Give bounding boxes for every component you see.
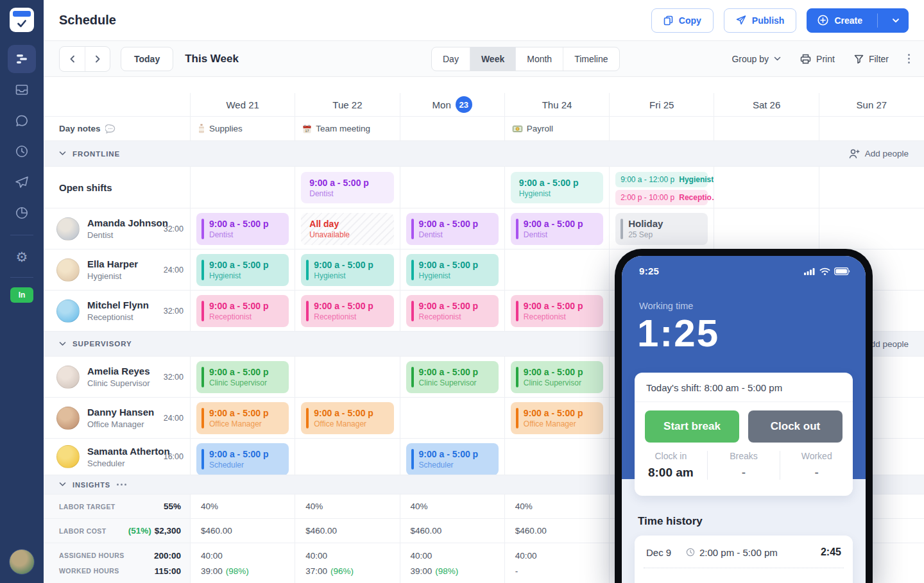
tab-day[interactable]: Day [432, 47, 470, 71]
shift-card[interactable]: 9:00 a - 5:00 p Receptionist [301, 295, 393, 327]
app-logo-calendar-icon[interactable] [10, 8, 34, 32]
prev-week-button[interactable] [60, 47, 85, 71]
sidebar-item-schedule[interactable] [8, 45, 36, 73]
clocked-in-status-badge[interactable]: In [10, 287, 33, 303]
shift-card[interactable]: 9:00 a - 5:00 p Dentist [511, 213, 603, 245]
tab-week[interactable]: Week [470, 47, 515, 71]
shift-card[interactable]: 9:00 a - 5:00 p Hygienist [406, 254, 499, 286]
day-header-fri[interactable]: Fri 25 [610, 93, 714, 116]
employee-cell[interactable]: Mitchel Flynn Receptionist 32:00 [44, 291, 191, 331]
shift-card[interactable]: 9:00 a - 5:00 p Office Manager [511, 402, 603, 434]
shift-cell[interactable]: 9:00 a - 5:00 p Office Manager [191, 398, 295, 438]
shift-card[interactable]: 9:00 a - 5:00 p Office Manager [301, 402, 393, 434]
shift-cell[interactable] [400, 398, 505, 438]
sidebar-item-inbox[interactable] [0, 78, 44, 101]
next-week-button[interactable] [85, 47, 110, 71]
shift-cell[interactable]: 9:00 a - 5:00 p Clinic Supervisor [505, 357, 610, 397]
print-control[interactable]: Print [800, 54, 835, 64]
shift-cell[interactable]: All day Unavailable [295, 208, 400, 249]
day-header-sun[interactable]: Sun 27 [819, 93, 924, 116]
shift-card[interactable]: 9:00 a - 5:00 p Clinic Supervisor [511, 361, 603, 393]
shift-card[interactable]: 9:00 a - 5:00 p Hygienist [301, 254, 393, 286]
shift-cell[interactable]: 9:00 a - 5:00 p Clinic Supervisor [191, 357, 295, 397]
shift-cell[interactable] [505, 249, 610, 290]
shift-card[interactable]: 9:00 a - 5:00 p Receptionist [196, 295, 289, 327]
open-shift-cell-mon[interactable] [400, 167, 505, 208]
tab-month[interactable]: Month [515, 47, 563, 71]
unavailable-card[interactable]: All day Unavailable [301, 213, 393, 245]
employee-cell[interactable]: Amelia Reyes Clinic Supervisor 32:00 [44, 357, 191, 397]
employee-cell[interactable]: Danny Hansen Office Manager 24:00 [44, 398, 191, 438]
open-shift-cell-wed[interactable] [191, 167, 295, 208]
create-dropdown-caret[interactable] [884, 18, 908, 23]
note-cell-mon[interactable] [400, 117, 505, 140]
open-shift-cell-fri[interactable]: 9:00 a - 12:00 p Hygienist 2:00 p - 10:0… [610, 167, 714, 208]
shift-card[interactable]: 9:00 a - 5:00 p Receptionist [406, 295, 499, 327]
collapse-chevron-icon[interactable] [59, 342, 66, 346]
shift-card[interactable]: 9:00 a - 5:00 p Dentist [406, 213, 499, 245]
shift-card[interactable]: 9:00 a - 5:00 p Clinic Supervisor [196, 361, 289, 393]
sidebar-item-time-clock[interactable] [0, 140, 44, 163]
note-cell-wed[interactable]: Supplies [191, 117, 295, 140]
shift-cell[interactable]: 9:00 a - 5:00 p Hygienist [295, 249, 400, 290]
shift-cell[interactable]: 9:00 a - 5:00 p Scheduler [191, 439, 295, 475]
shift-card[interactable]: 9:00 a - 5:00 p Scheduler [406, 443, 499, 475]
note-cell-thu[interactable]: Payroll [505, 117, 610, 140]
shift-card[interactable]: 9:00 a - 5:00 p Receptionist [511, 295, 603, 327]
add-people-button[interactable]: Add people [849, 149, 909, 158]
shift-cell[interactable]: 9:00 a - 5:00 p Hygienist [400, 249, 505, 290]
employee-cell[interactable]: Samanta Atherton Scheduler 16:00 [44, 439, 191, 475]
shift-cell[interactable] [295, 357, 400, 397]
open-shift-pill[interactable]: 2:00 p - 10:00 p Receptio… [615, 190, 708, 205]
shift-card[interactable]: 9:00 a - 5:00 p Office Manager [196, 402, 289, 434]
shift-cell[interactable]: 9:00 a - 5:00 p Dentist [400, 208, 505, 249]
shift-cell[interactable]: 9:00 a - 5:00 p Receptionist [295, 291, 400, 331]
note-cell-fri[interactable] [610, 117, 714, 140]
start-break-button[interactable]: Start break [645, 410, 739, 443]
time-history-entry[interactable]: Dec 9 2:00 pm - 5:00 pm 2:45 [635, 536, 853, 568]
shift-cell[interactable]: 9:00 a - 5:00 p Scheduler [400, 439, 505, 475]
day-header-tue[interactable]: Tue 22 [295, 93, 400, 116]
sidebar-item-reports[interactable] [0, 201, 44, 224]
sidebar-item-messages[interactable] [0, 109, 44, 132]
shift-cell[interactable]: 9:00 a - 5:00 p Dentist [505, 208, 610, 249]
shift-cell[interactable]: 9:00 a - 5:00 p Receptionist [191, 291, 295, 331]
copy-button[interactable]: Copy [651, 8, 714, 33]
group-by-control[interactable]: Group by [732, 54, 781, 64]
tab-timeline[interactable]: Timeline [563, 47, 619, 71]
open-shift-card[interactable]: 9:00 a - 5:00 p Hygienist [511, 172, 603, 203]
holiday-card[interactable]: Holiday 25 Sep [615, 213, 708, 245]
shift-cell[interactable] [505, 439, 610, 475]
day-header-sat[interactable]: Sat 26 [714, 93, 819, 116]
note-cell-tue[interactable]: 17 Team meeting [295, 117, 400, 140]
note-cell-sat[interactable] [714, 117, 819, 140]
toolbar-overflow-menu[interactable] [908, 54, 910, 63]
shift-cell[interactable]: 9:00 a - 5:00 p Office Manager [505, 398, 610, 438]
shift-card[interactable]: 9:00 a - 5:00 p Hygienist [196, 254, 289, 286]
shift-cell[interactable] [714, 208, 819, 249]
open-shift-cell-sat[interactable] [714, 167, 819, 208]
current-user-avatar[interactable] [9, 549, 35, 575]
shift-cell[interactable]: 9:00 a - 5:00 p Receptionist [400, 291, 505, 331]
day-header-wed[interactable]: Wed 21 [191, 93, 295, 116]
open-shift-pill[interactable]: 9:00 a - 12:00 p Hygienist [615, 172, 708, 187]
sidebar-item-settings[interactable]: ⚙ [0, 245, 44, 268]
open-shift-cell-sun[interactable] [819, 167, 924, 208]
shift-cell[interactable]: 9:00 a - 5:00 p Dentist [191, 208, 295, 249]
day-header-thu[interactable]: Thu 24 [505, 93, 610, 116]
shift-cell[interactable]: 9:00 a - 5:00 p Clinic Supervisor [400, 357, 505, 397]
open-shift-cell-thu[interactable]: 9:00 a - 5:00 p Hygienist [505, 167, 610, 208]
filter-control[interactable]: Filter [854, 54, 889, 64]
collapse-chevron-icon[interactable] [59, 482, 66, 487]
shift-card[interactable]: 9:00 a - 5:00 p Dentist [196, 213, 289, 245]
collapse-chevron-icon[interactable] [59, 151, 66, 156]
clock-out-button[interactable]: Clock out [748, 410, 843, 443]
today-button[interactable]: Today [121, 47, 173, 71]
employee-cell[interactable]: Ella Harper Hygienist 24:00 [44, 249, 191, 290]
shift-cell[interactable]: Holiday 25 Sep [610, 208, 714, 249]
create-button[interactable]: Create [807, 8, 909, 33]
shift-cell[interactable]: 9:00 a - 5:00 p Office Manager [295, 398, 400, 438]
open-shift-cell-tue[interactable]: 9:00 a - 5:00 p Dentist [295, 167, 400, 208]
shift-card[interactable]: 9:00 a - 5:00 p Clinic Supervisor [406, 361, 499, 393]
publish-button[interactable]: Publish [724, 8, 797, 33]
